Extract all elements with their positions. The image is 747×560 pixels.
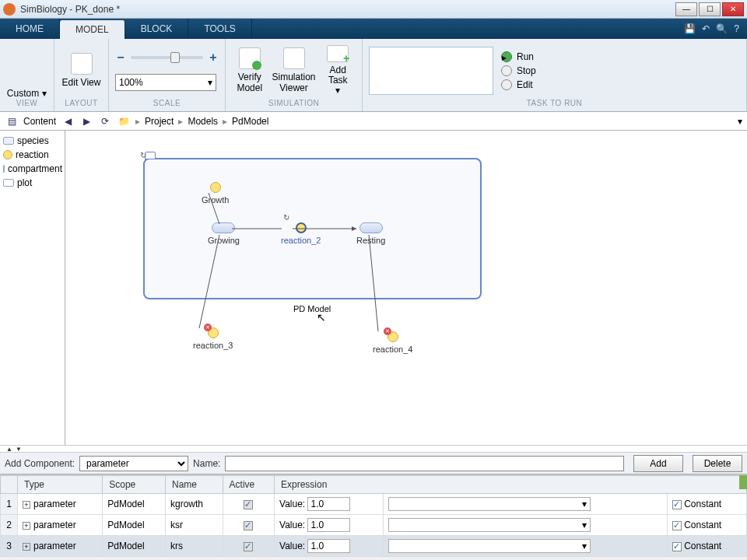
cell-constant[interactable]: Constant [667,536,746,557]
cell-name[interactable]: ksr [165,515,223,536]
node-reaction-4[interactable]: ✕ reaction_4 [373,331,412,354]
custom-dropdown[interactable]: Custom ▾ [7,88,47,99]
diagram-canvas[interactable]: ↻ Growth ↻ Growing reaction_2 Resting ✕ … [65,131,747,445]
cell-constant[interactable]: Constant [667,494,746,515]
folder-icon[interactable]: 📁 [117,114,131,128]
cell-scope[interactable]: PdModel [103,494,166,515]
palette-plot[interactable]: plot [2,176,63,190]
tab-home[interactable]: HOME [0,19,60,39]
cell-constant[interactable]: Constant [667,515,746,536]
node-reaction-3[interactable]: ✕ reaction_3 [193,327,233,350]
col-name[interactable]: Name [165,476,223,494]
save-icon[interactable]: 💾 [684,23,696,34]
nav-forward-button[interactable]: ▶ [79,114,93,128]
value-input[interactable] [307,518,350,532]
content-label[interactable]: Content [23,116,56,127]
edit-button[interactable]: Edit [501,79,536,90]
minimize-button[interactable]: — [675,2,697,16]
constant-checkbox[interactable] [672,500,682,509]
component-type-select[interactable]: parameter [79,456,188,471]
expand-toggle[interactable]: + [23,501,30,509]
active-checkbox[interactable] [244,542,253,551]
maximize-button[interactable]: ☐ [699,2,721,16]
zoom-slider[interactable] [131,56,203,59]
run-button[interactable]: ▸Run [501,51,536,62]
splitter[interactable]: ▲ ▼ [0,445,747,453]
zoom-select[interactable]: 100% ▾ [115,74,216,91]
component-name-input[interactable] [225,456,624,471]
collapse-up-icon[interactable]: ▲ [6,446,12,453]
cell-type[interactable]: +parameter [18,494,103,515]
cell-expression[interactable]: ▾ [383,515,667,536]
cell-value[interactable]: Value: [275,536,384,557]
col-expression[interactable]: Expression [275,476,747,494]
collapse-down-icon[interactable]: ▼ [16,446,22,453]
tab-block[interactable]: BLOCK [125,19,189,39]
cell-value[interactable]: Value: [275,515,384,536]
edit-view-button[interactable]: Edit View [61,45,102,96]
expression-combo[interactable]: ▾ [388,539,591,553]
help-icon[interactable]: ? [734,23,739,34]
zoom-out-button[interactable]: − [115,51,126,65]
value-input[interactable] [307,497,350,511]
node-reaction-2[interactable]: reaction_2 [281,222,321,245]
refresh-button[interactable]: ⟳ [98,114,112,128]
table-row[interactable]: 2+parameterPdModelksrValue: ▾ Constant [1,515,747,536]
cell-name[interactable]: krs [165,536,223,557]
cell-expression[interactable]: ▾ [383,494,667,515]
value-input[interactable] [307,539,350,553]
cell-active[interactable] [223,494,274,515]
verify-model-button[interactable]: Verify Model [232,45,267,96]
expression-combo[interactable]: ▾ [388,518,591,532]
add-task-button[interactable]: Add Task ▾ [321,45,356,96]
breadcrumb-dropdown[interactable]: ▾ [738,116,742,127]
cell-type[interactable]: +parameter [18,515,103,536]
undo-icon[interactable]: ↶ [702,23,710,34]
constant-checkbox[interactable] [672,521,682,530]
node-growing[interactable]: Growing [208,222,240,245]
cell-value[interactable]: Value: [275,494,384,515]
palette-compartment[interactable]: compartment [2,162,63,176]
tab-tools[interactable]: TOOLS [188,19,251,39]
breadcrumb-pdmodel[interactable]: PdModel [232,116,268,127]
node-resting[interactable]: Resting [356,222,385,245]
cell-active[interactable] [223,515,274,536]
col-scope[interactable]: Scope [103,476,166,494]
col-active[interactable]: Active [223,476,274,494]
nav-back-button[interactable]: ◀ [61,114,75,128]
search-icon[interactable]: 🔍 [716,23,728,34]
active-checkbox[interactable] [244,521,253,530]
expand-toggle[interactable]: + [23,543,30,551]
content-toggle[interactable]: ▤ [5,114,19,128]
chevron-down-icon: ▾ [208,77,212,88]
task-to-run-box[interactable] [369,47,493,95]
compartment-label[interactable]: PD Model [293,304,331,313]
expression-combo[interactable]: ▾ [388,497,591,511]
group-scale-label: SCALE [115,99,219,111]
add-task-icon [327,45,349,62]
stop-button[interactable]: Stop [501,65,536,76]
active-checkbox[interactable] [244,500,253,509]
table-row[interactable]: 3+parameterPdModelkrsValue: ▾ Constant [1,536,747,557]
expand-toggle[interactable]: + [23,522,30,530]
constant-checkbox[interactable] [672,542,682,551]
cell-expression[interactable]: ▾ [383,536,667,557]
table-row[interactable]: 1+parameterPdModelkgrowthValue: ▾ Consta… [1,494,747,515]
delete-button[interactable]: Delete [693,455,742,472]
cell-scope[interactable]: PdModel [103,536,166,557]
zoom-in-button[interactable]: + [208,51,219,65]
palette-species[interactable]: species [2,134,63,148]
palette-reaction[interactable]: reaction [2,148,63,162]
add-button[interactable]: Add [633,455,683,472]
cell-type[interactable]: +parameter [18,536,103,557]
cell-active[interactable] [223,536,274,557]
breadcrumb-project[interactable]: Project [145,116,174,127]
cell-scope[interactable]: PdModel [103,515,166,536]
node-growth[interactable]: Growth [202,182,229,205]
close-button[interactable]: ✕ [722,2,744,16]
tab-model[interactable]: MODEL [60,20,125,39]
simulation-viewer-button[interactable]: Simulation Viewer [272,45,315,96]
breadcrumb-models[interactable]: Models [188,116,218,127]
col-type[interactable]: Type [18,476,103,494]
cell-name[interactable]: kgrowth [165,494,223,515]
